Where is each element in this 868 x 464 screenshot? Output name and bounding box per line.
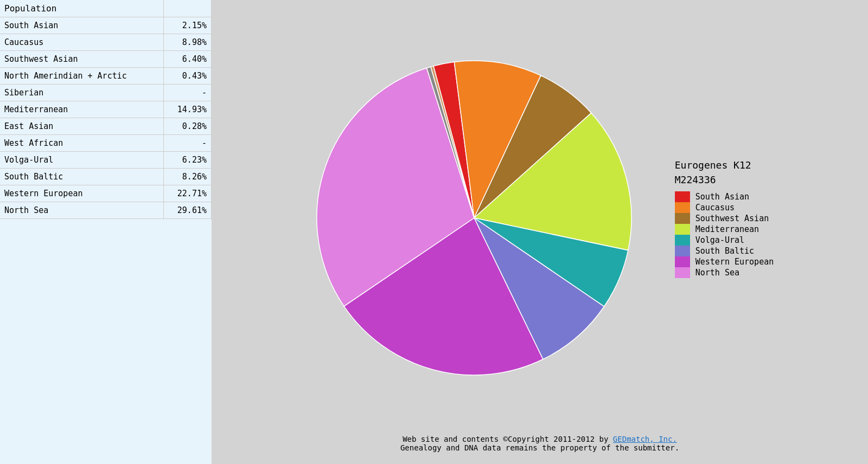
table-cell-label: North Amerindian + Arctic <box>0 68 163 85</box>
table-cell-label: South Asian <box>0 17 163 34</box>
legend-label: South Baltic <box>695 246 754 256</box>
table-cell-value: 0.28% <box>163 118 211 135</box>
legend-swatch <box>675 256 690 267</box>
table-cell-value: 14.93% <box>163 101 211 118</box>
table-cell-value: 22.71% <box>163 185 211 202</box>
table-row: South Asian2.15% <box>0 17 212 34</box>
table-row: Volga-Ural6.23% <box>0 152 212 169</box>
legend-label: Western European <box>695 257 774 267</box>
table-cell-label: Caucasus <box>0 34 163 51</box>
legend-label: Southwest Asian <box>695 214 769 223</box>
legend-item: North Sea <box>675 267 774 278</box>
pie-chart <box>306 50 642 386</box>
table-row: Mediterranean14.93% <box>0 101 212 118</box>
legend-swatch <box>675 235 690 246</box>
table-row: West African- <box>0 135 212 152</box>
footer: Web site and contents ©Copyright 2011-20… <box>217 430 863 459</box>
table-row: Siberian- <box>0 85 212 101</box>
legend-label: South Asian <box>695 192 749 202</box>
chart-area: Eurogenes K12 M224336 South AsianCaucasu… <box>217 5 863 430</box>
legend-label: North Sea <box>695 268 739 278</box>
legend-label: Mediterranean <box>695 224 759 234</box>
table-row: South Baltic8.26% <box>0 169 212 185</box>
table-row: East Asian0.28% <box>0 118 212 135</box>
table-row: Caucasus8.98% <box>0 34 212 51</box>
table-header-row: Population <box>0 0 212 17</box>
table-cell-value: 2.15% <box>163 17 211 34</box>
legend-item: South Asian <box>675 191 774 202</box>
legend-container: Eurogenes K12 M224336 South AsianCaucasu… <box>675 158 774 278</box>
legend-item: Western European <box>675 256 774 267</box>
legend-label: Volga-Ural <box>695 235 744 245</box>
table-cell-value: 29.61% <box>163 202 211 219</box>
footer-line1: Web site and contents ©Copyright 2011-20… <box>403 435 613 443</box>
chart-title: Eurogenes K12 M224336 <box>675 158 774 187</box>
right-panel: Eurogenes K12 M224336 South AsianCaucasu… <box>212 0 868 464</box>
table-cell-label: South Baltic <box>0 169 163 185</box>
legend-swatch <box>675 267 690 278</box>
table-row: Western European22.71% <box>0 185 212 202</box>
left-panel: Population South Asian2.15%Caucasus8.98%… <box>0 0 212 464</box>
table-cell-label: Mediterranean <box>0 101 163 118</box>
table-header-population: Population <box>0 0 163 17</box>
table-cell-label: East Asian <box>0 118 163 135</box>
legend-item: Mediterranean <box>675 224 774 235</box>
legend-item: Volga-Ural <box>675 235 774 246</box>
table-row: North Amerindian + Arctic0.43% <box>0 68 212 85</box>
table-cell-value: 6.23% <box>163 152 211 169</box>
table-cell-label: Southwest Asian <box>0 51 163 68</box>
legend-item: Caucasus <box>675 202 774 213</box>
table-cell-label: Siberian <box>0 85 163 101</box>
footer-line2: Genealogy and DNA data remains the prope… <box>400 443 679 452</box>
table-cell-value: 0.43% <box>163 68 211 85</box>
legend-swatch <box>675 202 690 213</box>
table-cell-value: 8.98% <box>163 34 211 51</box>
table-cell-label: Western European <box>0 185 163 202</box>
table-cell-label: Volga-Ural <box>0 152 163 169</box>
table-row: Southwest Asian6.40% <box>0 51 212 68</box>
table-cell-value: 6.40% <box>163 51 211 68</box>
table-cell-value: - <box>163 135 211 152</box>
legend-swatch <box>675 191 690 202</box>
legend-swatch <box>675 224 690 235</box>
main-content: Population South Asian2.15%Caucasus8.98%… <box>0 0 868 464</box>
legend-item: South Baltic <box>675 246 774 256</box>
table-cell-value: - <box>163 85 211 101</box>
table-cell-label: North Sea <box>0 202 163 219</box>
legend-items: South AsianCaucasusSouthwest AsianMedite… <box>675 191 774 278</box>
legend-item: Southwest Asian <box>675 213 774 224</box>
table-cell-value: 8.26% <box>163 169 211 185</box>
legend-swatch <box>675 213 690 224</box>
legend-swatch <box>675 246 690 256</box>
gedmatch-link[interactable]: GEDmatch, Inc. <box>613 435 677 443</box>
table-header-value <box>163 0 211 17</box>
legend-label: Caucasus <box>695 203 735 212</box>
table-cell-label: West African <box>0 135 163 152</box>
population-table: Population South Asian2.15%Caucasus8.98%… <box>0 0 212 219</box>
table-row: North Sea29.61% <box>0 202 212 219</box>
